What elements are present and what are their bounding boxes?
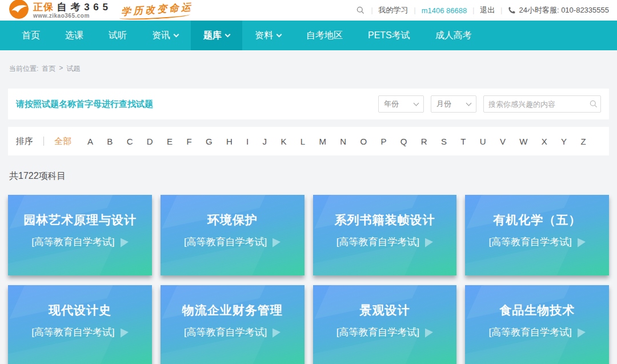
subject-card[interactable]: 有机化学（五） [高等教育自学考试] xyxy=(465,195,609,275)
nav-item-home[interactable]: 首页 xyxy=(9,21,53,50)
site-logo[interactable]: 正保 自 考 3 6 5 www.zikao365.com xyxy=(9,2,109,19)
chevron-down-icon xyxy=(174,31,179,37)
divider: | xyxy=(500,6,502,14)
nav-item-pets[interactable]: PETS考试 xyxy=(355,21,423,50)
logout-link[interactable]: 退出 xyxy=(480,5,495,15)
letter-y[interactable]: Y xyxy=(561,137,567,146)
month-select[interactable]: 月份 xyxy=(431,95,476,113)
letter-x[interactable]: X xyxy=(542,137,547,146)
arrow-right-icon xyxy=(425,237,433,247)
letter-t[interactable]: T xyxy=(460,137,466,146)
card-tag: [高等教育自学考试] xyxy=(184,235,267,249)
search-icon[interactable] xyxy=(589,99,598,109)
topbar-links: | 我的学习 | m1406 86688 | 退出 | 24小时客服: 010-… xyxy=(356,5,609,15)
breadcrumb: 当前位置: 首页 > 试题 xyxy=(9,64,608,74)
subject-card[interactable]: 园林艺术原理与设计 [高等教育自学考试] xyxy=(8,195,152,275)
subject-card[interactable]: 景观设计 [高等教育自学考试] xyxy=(313,285,457,364)
letter-d[interactable]: D xyxy=(147,137,153,146)
nav-item-trial[interactable]: 试听 xyxy=(96,21,139,50)
card-title: 食品生物技术 xyxy=(465,302,609,318)
sort-label: 排序 xyxy=(16,136,33,147)
nav-label: 题库 xyxy=(203,30,222,42)
subject-card[interactable]: 物流企业财务管理 [高等教育自学考试] xyxy=(161,285,305,364)
letter-q[interactable]: Q xyxy=(400,137,407,146)
chevron-down-icon xyxy=(466,101,472,106)
letter-j[interactable]: J xyxy=(263,137,267,146)
letter-l[interactable]: L xyxy=(301,137,305,146)
arrow-right-icon xyxy=(578,327,586,337)
letter-v[interactable]: V xyxy=(500,137,506,146)
subject-card[interactable]: 现代设计史 [高等教育自学考试] xyxy=(8,285,152,364)
nav-label: PETS考试 xyxy=(368,30,410,42)
subject-card[interactable]: 系列书籍装帧设计 [高等教育自学考试] xyxy=(313,195,457,275)
card-tag: [高等教育自学考试] xyxy=(184,326,267,339)
hotline: 24小时客服: 010-82335555 xyxy=(508,5,609,15)
arrow-right-icon xyxy=(425,327,433,337)
letter-w[interactable]: W xyxy=(519,137,527,146)
arrow-right-icon xyxy=(121,327,129,337)
my-learning-link[interactable]: 我的学习 xyxy=(379,5,408,15)
letter-h[interactable]: H xyxy=(226,137,233,146)
card-tag: [高等教育自学考试] xyxy=(336,235,419,249)
subject-card-grid: 园林艺术原理与设计 [高等教育自学考试] 环境保护 [高等教育自学考试] 系列书… xyxy=(8,195,609,364)
month-select-value: 月份 xyxy=(436,99,451,109)
nav-item-news[interactable]: 资讯 xyxy=(139,21,191,50)
chevron-down-icon xyxy=(225,31,231,37)
chevron-down-icon xyxy=(277,31,282,37)
arrow-right-icon xyxy=(273,237,281,247)
nav-item-adult-exam[interactable]: 成人高考 xyxy=(423,21,484,50)
filter-panel: 请按照试题名称首字母进行查找试题 年份 月份 xyxy=(8,89,609,119)
brand-url: www.zikao365.com xyxy=(33,13,109,19)
year-select[interactable]: 年份 xyxy=(378,95,424,113)
nav-item-courses[interactable]: 选课 xyxy=(53,21,96,50)
letter-e[interactable]: E xyxy=(167,137,173,146)
letter-r[interactable]: R xyxy=(421,137,427,146)
username-link[interactable]: m1406 86688 xyxy=(422,6,467,15)
letter-o[interactable]: O xyxy=(360,137,367,146)
letter-u[interactable]: U xyxy=(480,137,486,146)
nav-item-regions[interactable]: 自考地区 xyxy=(294,21,355,50)
breadcrumb-label: 当前位置: xyxy=(9,64,38,74)
hotline-text: 24小时客服: 010-82335555 xyxy=(519,5,609,15)
card-title: 有机化学（五） xyxy=(465,212,609,228)
letter-n[interactable]: N xyxy=(340,137,346,146)
nav-label: 选课 xyxy=(65,30,83,42)
card-title: 景观设计 xyxy=(313,302,457,318)
subject-card[interactable]: 环境保护 [高等教育自学考试] xyxy=(161,195,305,275)
letter-g[interactable]: G xyxy=(206,137,213,146)
chevron-down-icon xyxy=(414,101,419,106)
arrow-right-icon xyxy=(121,237,129,247)
brand-slogan: 学历改变命运 xyxy=(121,0,193,18)
letter-s[interactable]: S xyxy=(441,137,447,146)
letter-m[interactable]: M xyxy=(319,137,326,146)
brand-name-orange: 正保 xyxy=(33,2,54,13)
year-select-value: 年份 xyxy=(384,99,399,109)
brand-text: 正保 自 考 3 6 5 www.zikao365.com xyxy=(33,2,109,19)
letter-p[interactable]: P xyxy=(380,137,386,146)
card-title: 环境保护 xyxy=(161,212,305,228)
filter-all[interactable]: 全部 xyxy=(54,136,71,147)
nav-label: 试听 xyxy=(109,30,127,42)
card-title: 现代设计史 xyxy=(8,302,152,318)
breadcrumb-home[interactable]: 首页 xyxy=(42,64,55,74)
letter-list: A B C D E F G H I J K L M N O P Q R S T … xyxy=(87,137,586,146)
breadcrumb-separator: > xyxy=(59,64,63,74)
arrow-right-icon xyxy=(273,327,281,337)
letter-c[interactable]: C xyxy=(127,137,133,146)
letter-k[interactable]: K xyxy=(281,137,286,146)
divider xyxy=(43,137,44,146)
search-input[interactable] xyxy=(488,100,589,109)
phone-icon xyxy=(508,6,516,14)
subject-card[interactable]: 食品生物技术 [高等教育自学考试] xyxy=(465,285,609,364)
card-tag: [高等教育自学考试] xyxy=(31,326,114,339)
letter-i[interactable]: I xyxy=(246,137,249,146)
top-bar: 正保 自 考 3 6 5 www.zikao365.com 学历改变命运 | 我… xyxy=(0,0,617,21)
letter-a[interactable]: A xyxy=(87,137,93,146)
letter-f[interactable]: F xyxy=(186,137,191,146)
letter-b[interactable]: B xyxy=(107,137,113,146)
nav-item-materials[interactable]: 资料 xyxy=(242,21,294,50)
letter-z[interactable]: Z xyxy=(580,137,586,146)
nav-item-question-bank[interactable]: 题库 xyxy=(191,21,242,50)
search-icon[interactable] xyxy=(356,6,365,15)
search-box xyxy=(483,95,601,113)
